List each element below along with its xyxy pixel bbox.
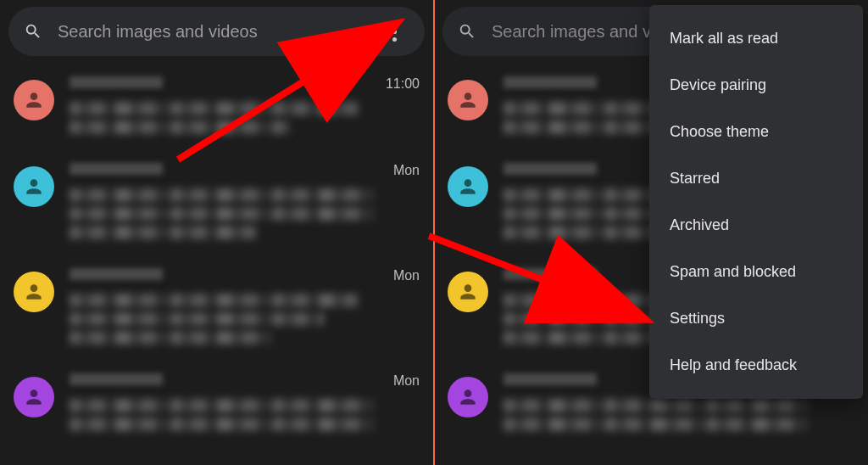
timestamp: Mon xyxy=(385,373,420,389)
conversation-preview-redacted xyxy=(70,207,375,221)
person-icon xyxy=(457,176,479,198)
messages-screen-right: Search images and videos Mark all as rea… xyxy=(434,0,868,465)
avatar xyxy=(448,377,488,417)
conversation-list: 11:00MonMonMon xyxy=(0,68,433,451)
conversation-preview-redacted xyxy=(504,417,809,431)
menu-item-spam-and-blocked[interactable]: Spam and blocked xyxy=(649,249,863,295)
avatar xyxy=(14,377,54,417)
timestamp: Mon xyxy=(385,268,420,283)
list-item[interactable]: Mon xyxy=(8,154,425,260)
search-icon xyxy=(458,22,476,41)
conversation-content: Mon xyxy=(70,373,420,436)
conversation-preview-redacted xyxy=(70,120,290,134)
conversation-content: 11:00 xyxy=(70,76,420,139)
person-icon xyxy=(457,386,479,408)
person-icon xyxy=(23,176,45,198)
person-icon xyxy=(457,89,479,111)
list-item[interactable]: Mon xyxy=(8,365,425,451)
search-icon xyxy=(24,22,42,41)
list-item[interactable]: 11:00 xyxy=(8,68,425,154)
overflow-menu: Mark all as readDevice pairingChoose the… xyxy=(649,5,863,399)
conversation-title-redacted xyxy=(70,76,163,88)
conversation-preview-redacted xyxy=(70,188,375,202)
avatar xyxy=(448,80,488,120)
person-icon xyxy=(457,281,479,303)
more-button[interactable] xyxy=(379,16,409,47)
conversation-content: Mon xyxy=(70,268,420,350)
conversation-preview-redacted xyxy=(70,312,324,326)
list-item[interactable]: Mon xyxy=(8,260,425,365)
person-icon xyxy=(23,281,45,303)
conversation-content: Mon xyxy=(70,163,420,244)
menu-item-mark-all-as-read[interactable]: Mark all as read xyxy=(649,15,863,62)
conversation-preview-redacted xyxy=(70,399,375,412)
conversation-title-redacted xyxy=(70,163,163,175)
avatar xyxy=(448,166,488,207)
conversation-preview-redacted xyxy=(70,226,256,239)
search-placeholder: Search images and videos xyxy=(58,22,379,42)
avatar xyxy=(448,272,488,312)
menu-item-archived[interactable]: Archived xyxy=(649,202,863,249)
person-icon xyxy=(23,89,45,111)
search-bar[interactable]: Search images and videos xyxy=(8,7,425,56)
timestamp: Mon xyxy=(385,163,420,178)
conversation-title-redacted xyxy=(504,163,597,175)
conversation-preview-redacted xyxy=(504,399,809,412)
menu-item-choose-theme[interactable]: Choose theme xyxy=(649,109,863,155)
conversation-title-redacted xyxy=(504,373,597,385)
timestamp: 11:00 xyxy=(377,76,420,92)
menu-item-device-pairing[interactable]: Device pairing xyxy=(649,62,863,109)
avatar xyxy=(14,272,54,312)
more-vertical-icon xyxy=(392,22,397,42)
conversation-title-redacted xyxy=(504,76,597,88)
menu-item-starred[interactable]: Starred xyxy=(649,155,863,202)
messages-screen-left: Search images and videos 11:00MonMonMon xyxy=(0,0,434,465)
conversation-title-redacted xyxy=(70,268,163,280)
avatar xyxy=(14,166,54,207)
conversation-preview-redacted xyxy=(70,331,273,345)
menu-item-help-and-feedback[interactable]: Help and feedback xyxy=(649,342,863,389)
conversation-preview-redacted xyxy=(70,417,375,431)
panel-divider xyxy=(433,0,435,465)
conversation-preview-redacted xyxy=(70,294,358,307)
avatar xyxy=(14,80,54,120)
person-icon xyxy=(23,386,45,408)
menu-item-settings[interactable]: Settings xyxy=(649,295,863,342)
conversation-title-redacted xyxy=(504,268,597,280)
conversation-preview-redacted xyxy=(70,102,358,115)
conversation-title-redacted xyxy=(70,373,163,385)
